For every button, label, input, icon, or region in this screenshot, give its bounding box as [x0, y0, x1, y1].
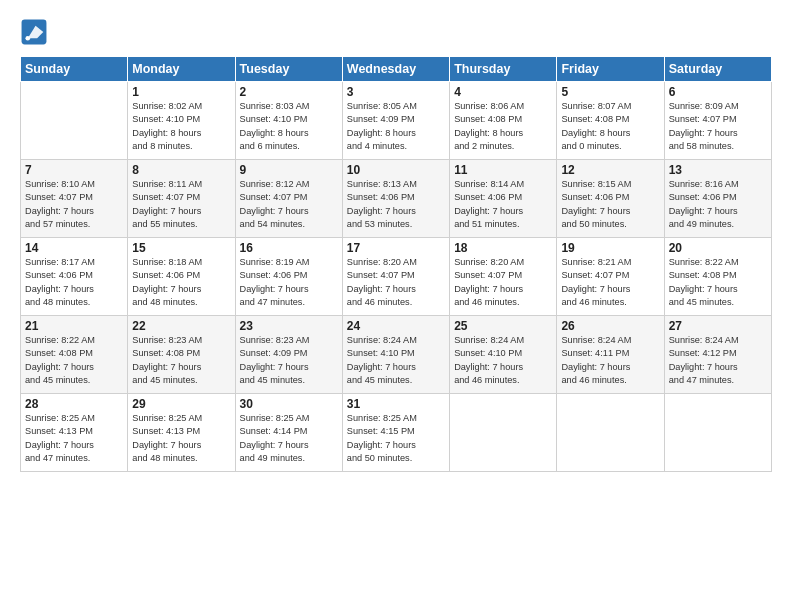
day-cell: 21Sunrise: 8:22 AMSunset: 4:08 PMDayligh…: [21, 316, 128, 394]
cell-info: Daylight: 7 hours: [669, 361, 767, 374]
cell-info: Sunrise: 8:20 AM: [347, 256, 445, 269]
cell-info: Sunset: 4:11 PM: [561, 347, 659, 360]
cell-info: Sunrise: 8:03 AM: [240, 100, 338, 113]
cell-info: Daylight: 7 hours: [454, 205, 552, 218]
day-cell: 9Sunrise: 8:12 AMSunset: 4:07 PMDaylight…: [235, 160, 342, 238]
cell-info: and 47 minutes.: [669, 374, 767, 387]
cell-info: and 46 minutes.: [561, 374, 659, 387]
cell-info: Daylight: 7 hours: [240, 439, 338, 452]
day-number: 15: [132, 241, 230, 255]
cell-info: and 0 minutes.: [561, 140, 659, 153]
cell-info: Daylight: 7 hours: [561, 205, 659, 218]
cell-info: Sunset: 4:08 PM: [132, 347, 230, 360]
cell-info: Daylight: 8 hours: [454, 127, 552, 140]
cell-info: and 46 minutes.: [561, 296, 659, 309]
cell-info: Sunrise: 8:25 AM: [132, 412, 230, 425]
day-cell: 4Sunrise: 8:06 AMSunset: 4:08 PMDaylight…: [450, 82, 557, 160]
header-cell-friday: Friday: [557, 57, 664, 82]
cell-info: Sunrise: 8:12 AM: [240, 178, 338, 191]
cell-info: Sunset: 4:15 PM: [347, 425, 445, 438]
header-cell-saturday: Saturday: [664, 57, 771, 82]
cell-info: Sunrise: 8:25 AM: [25, 412, 123, 425]
cell-info: Sunset: 4:07 PM: [669, 113, 767, 126]
day-cell: [664, 394, 771, 472]
cell-info: Sunrise: 8:14 AM: [454, 178, 552, 191]
day-number: 18: [454, 241, 552, 255]
day-number: 19: [561, 241, 659, 255]
day-number: 28: [25, 397, 123, 411]
cell-info: and 47 minutes.: [25, 452, 123, 465]
cell-info: Sunrise: 8:23 AM: [240, 334, 338, 347]
day-number: 3: [347, 85, 445, 99]
header-cell-tuesday: Tuesday: [235, 57, 342, 82]
day-number: 20: [669, 241, 767, 255]
cell-info: Sunset: 4:08 PM: [669, 269, 767, 282]
cell-info: Sunrise: 8:24 AM: [347, 334, 445, 347]
cell-info: Sunset: 4:06 PM: [240, 269, 338, 282]
cell-info: Sunset: 4:08 PM: [561, 113, 659, 126]
cell-info: Daylight: 7 hours: [454, 283, 552, 296]
cell-info: Sunset: 4:09 PM: [347, 113, 445, 126]
day-cell: 27Sunrise: 8:24 AMSunset: 4:12 PMDayligh…: [664, 316, 771, 394]
cell-info: Daylight: 7 hours: [240, 205, 338, 218]
cell-info: Sunrise: 8:07 AM: [561, 100, 659, 113]
cell-info: Sunset: 4:08 PM: [25, 347, 123, 360]
day-number: 21: [25, 319, 123, 333]
day-cell: 11Sunrise: 8:14 AMSunset: 4:06 PMDayligh…: [450, 160, 557, 238]
day-cell: 20Sunrise: 8:22 AMSunset: 4:08 PMDayligh…: [664, 238, 771, 316]
day-cell: 28Sunrise: 8:25 AMSunset: 4:13 PMDayligh…: [21, 394, 128, 472]
day-number: 4: [454, 85, 552, 99]
cell-info: Daylight: 7 hours: [25, 361, 123, 374]
cell-info: Daylight: 7 hours: [561, 361, 659, 374]
header-row: SundayMondayTuesdayWednesdayThursdayFrid…: [21, 57, 772, 82]
cell-info: and 58 minutes.: [669, 140, 767, 153]
day-number: 9: [240, 163, 338, 177]
day-number: 26: [561, 319, 659, 333]
cell-info: Sunset: 4:06 PM: [132, 269, 230, 282]
calendar-table: SundayMondayTuesdayWednesdayThursdayFrid…: [20, 56, 772, 472]
week-row-1: 1Sunrise: 8:02 AMSunset: 4:10 PMDaylight…: [21, 82, 772, 160]
day-number: 31: [347, 397, 445, 411]
cell-info: Sunset: 4:10 PM: [132, 113, 230, 126]
cell-info: Sunset: 4:06 PM: [454, 191, 552, 204]
day-cell: 15Sunrise: 8:18 AMSunset: 4:06 PMDayligh…: [128, 238, 235, 316]
cell-info: Sunrise: 8:15 AM: [561, 178, 659, 191]
cell-info: Daylight: 7 hours: [25, 439, 123, 452]
day-cell: 25Sunrise: 8:24 AMSunset: 4:10 PMDayligh…: [450, 316, 557, 394]
day-cell: 6Sunrise: 8:09 AMSunset: 4:07 PMDaylight…: [664, 82, 771, 160]
cell-info: Sunset: 4:07 PM: [240, 191, 338, 204]
week-row-4: 21Sunrise: 8:22 AMSunset: 4:08 PMDayligh…: [21, 316, 772, 394]
cell-info: Sunrise: 8:05 AM: [347, 100, 445, 113]
cell-info: and 46 minutes.: [347, 296, 445, 309]
cell-info: Sunrise: 8:09 AM: [669, 100, 767, 113]
cell-info: Daylight: 7 hours: [669, 283, 767, 296]
page: SundayMondayTuesdayWednesdayThursdayFrid…: [0, 0, 792, 612]
logo: [20, 18, 50, 46]
day-number: 10: [347, 163, 445, 177]
cell-info: Sunset: 4:12 PM: [669, 347, 767, 360]
cell-info: Sunrise: 8:11 AM: [132, 178, 230, 191]
cell-info: Sunset: 4:13 PM: [132, 425, 230, 438]
cell-info: and 46 minutes.: [454, 296, 552, 309]
day-number: 11: [454, 163, 552, 177]
cell-info: Sunset: 4:13 PM: [25, 425, 123, 438]
day-number: 16: [240, 241, 338, 255]
day-cell: 17Sunrise: 8:20 AMSunset: 4:07 PMDayligh…: [342, 238, 449, 316]
cell-info: Sunrise: 8:02 AM: [132, 100, 230, 113]
cell-info: Sunset: 4:08 PM: [454, 113, 552, 126]
day-number: 14: [25, 241, 123, 255]
day-number: 7: [25, 163, 123, 177]
day-cell: 16Sunrise: 8:19 AMSunset: 4:06 PMDayligh…: [235, 238, 342, 316]
day-cell: 5Sunrise: 8:07 AMSunset: 4:08 PMDaylight…: [557, 82, 664, 160]
day-cell: 18Sunrise: 8:20 AMSunset: 4:07 PMDayligh…: [450, 238, 557, 316]
day-cell: 3Sunrise: 8:05 AMSunset: 4:09 PMDaylight…: [342, 82, 449, 160]
cell-info: Daylight: 7 hours: [669, 205, 767, 218]
cell-info: and 2 minutes.: [454, 140, 552, 153]
cell-info: Sunset: 4:10 PM: [454, 347, 552, 360]
day-number: 5: [561, 85, 659, 99]
cell-info: Daylight: 7 hours: [132, 439, 230, 452]
cell-info: Daylight: 8 hours: [132, 127, 230, 140]
cell-info: Sunset: 4:07 PM: [454, 269, 552, 282]
header: [20, 18, 772, 46]
cell-info: Daylight: 7 hours: [132, 205, 230, 218]
